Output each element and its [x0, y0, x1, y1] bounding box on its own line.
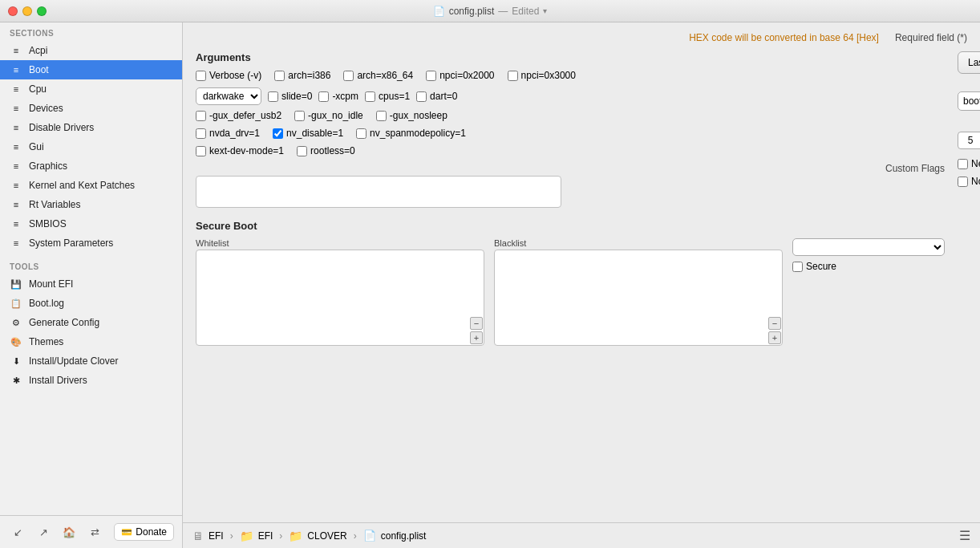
secure-boot-dropdown[interactable]	[792, 238, 945, 256]
sidebar-item-boot[interactable]: ≡ Boot	[0, 60, 182, 79]
efi-drive-icon: 🖥	[192, 530, 204, 542]
gux-defer-checkbox[interactable]: -gux_defer_usb2	[196, 110, 281, 121]
sidebar-item-cpu[interactable]: ≡ Cpu	[0, 79, 182, 99]
loader-input[interactable]	[958, 91, 980, 111]
sidebar-item-themes[interactable]: 🎨 Themes	[0, 332, 182, 351]
install-update-icon: ⬇	[10, 355, 22, 367]
minimize-button[interactable]	[22, 6, 32, 16]
sidebar-item-disable-drivers[interactable]: ≡ Disable Drivers	[0, 118, 182, 137]
folder-efi-icon: 📁	[240, 530, 253, 542]
breadcrumb-menu-btn[interactable]: ☰	[959, 528, 970, 543]
nv-span-checkbox[interactable]: nv_spanmodepolicy=1	[356, 128, 466, 139]
sidebar-item-install-update[interactable]: ⬇ Install/Update Clover	[0, 351, 182, 371]
home-icon-btn[interactable]: 🏠	[59, 522, 79, 542]
gux-defer-input[interactable]	[196, 111, 206, 121]
kext-dev-checkbox[interactable]: kext-dev-mode=1	[196, 145, 284, 156]
gux-no-idle-checkbox[interactable]: -gux_no_idle	[294, 110, 363, 121]
arch-i386-checkbox[interactable]: arch=i386	[274, 70, 330, 81]
cpus-checkbox[interactable]: cpus=1	[365, 91, 410, 102]
gux-no-idle-input[interactable]	[294, 111, 305, 121]
devices-icon: ≡	[10, 102, 22, 115]
nvda-drv-input[interactable]	[196, 128, 206, 139]
dart-checkbox[interactable]: dart=0	[416, 91, 457, 102]
default-volume-control: LastBootedVolume Default Boot Volume	[958, 51, 980, 85]
sidebar-item-kernel-kext[interactable]: ≡ Kernel and Kext Patches	[0, 176, 182, 195]
args-row4: nvda_drv=1 nv_disable=1 nv_spanmodepolic…	[196, 128, 945, 139]
paypal-icon: 💳	[121, 527, 132, 538]
blacklist-remove-btn[interactable]: −	[768, 317, 781, 330]
npci-3000-checkbox[interactable]: npci=0x3000	[508, 70, 576, 81]
sidebar: SECTIONS ≡ Acpi ≡ Boot ≡ Cpu ≡ Devices ≡…	[0, 22, 183, 548]
secure-input[interactable]	[792, 262, 803, 272]
sidebar-item-system-parameters[interactable]: ≡ System Parameters	[0, 233, 182, 253]
timeout-value-input[interactable]	[958, 132, 980, 149]
default-volume-select[interactable]: LastBootedVolume	[958, 51, 980, 74]
sidebar-item-boot-log[interactable]: 📋 Boot.log	[0, 294, 182, 313]
nv-disable-input[interactable]	[273, 128, 283, 139]
window-controls	[8, 6, 47, 16]
sidebar-item-install-drivers[interactable]: ✱ Install Drivers	[0, 371, 182, 390]
never-hibernate-input[interactable]	[958, 159, 968, 169]
kext-dev-input[interactable]	[196, 146, 206, 156]
sidebar-item-generate-config[interactable]: ⚙ Generate Config	[0, 313, 182, 332]
whitelist-box[interactable]	[196, 250, 484, 346]
xcpm-input[interactable]	[318, 91, 329, 102]
sidebar-item-graphics[interactable]: ≡ Graphics	[0, 156, 182, 176]
arch-x86-checkbox[interactable]: arch=x86_64	[343, 70, 413, 81]
sidebar-bottom: ↙ ↗ 🏠 ⇄ 💳 Donate	[0, 515, 182, 548]
custom-flags-input[interactable]	[196, 176, 561, 208]
sidebar-item-rt-variables[interactable]: ≡ Rt Variables	[0, 195, 182, 214]
nv-disable-checkbox[interactable]: nv_disable=1	[273, 128, 343, 139]
slide-input[interactable]	[268, 91, 278, 102]
darkwake-select[interactable]: darkwake	[196, 87, 261, 105]
sidebar-item-devices[interactable]: ≡ Devices	[0, 99, 182, 118]
nvda-drv-checkbox[interactable]: nvda_drv=1	[196, 128, 260, 139]
never-hibernate-checkbox[interactable]: NeverHibernate	[958, 158, 980, 169]
cpu-icon: ≡	[10, 83, 22, 95]
slide-checkbox[interactable]: slide=0	[268, 91, 312, 102]
graphics-icon: ≡	[10, 160, 22, 173]
blacklist-box[interactable]	[494, 250, 783, 346]
sys-params-icon: ≡	[10, 237, 22, 250]
share-icon-btn[interactable]: ⇄	[85, 522, 104, 542]
sidebar-item-mount-efi[interactable]: 💾 Mount EFI	[0, 274, 182, 294]
npci-2000-input[interactable]	[426, 71, 436, 81]
close-button[interactable]	[8, 6, 18, 16]
secure-checkbox[interactable]: Secure	[792, 261, 945, 272]
sidebar-item-gui[interactable]: ≡ Gui	[0, 137, 182, 156]
required-text: Required field (*)	[895, 32, 967, 43]
whitelist-add-btn[interactable]: +	[470, 331, 483, 344]
breadcrumb-sep1: ›	[230, 530, 233, 542]
sidebar-item-smbios[interactable]: ≡ SMBIOS	[0, 214, 182, 233]
nv-span-input[interactable]	[356, 128, 366, 139]
gux-nosleep-checkbox[interactable]: -gux_nosleep	[376, 110, 447, 121]
hex-info-bar: HEX code will be converted in base 64 [H…	[196, 32, 967, 43]
back-icon-btn[interactable]: ↙	[8, 522, 27, 542]
verbose-checkbox[interactable]: Verbose (-v)	[196, 70, 261, 81]
xcpm-checkbox[interactable]: -xcpm	[318, 91, 358, 102]
verbose-input[interactable]	[196, 71, 206, 81]
rt-icon: ≡	[10, 198, 22, 211]
npci-2000-checkbox[interactable]: npci=0x2000	[426, 70, 494, 81]
gux-nosleep-input[interactable]	[376, 111, 387, 121]
breadcrumb-config: config.plist	[381, 530, 427, 542]
no-early-progress-input[interactable]	[958, 177, 968, 187]
loader-row: Default Loader No 1 2	[958, 91, 980, 124]
breadcrumb-sep3: ›	[354, 530, 357, 542]
arch-i386-input[interactable]	[274, 71, 285, 81]
cpus-input[interactable]	[365, 91, 375, 102]
forward-icon-btn[interactable]: ↗	[34, 522, 53, 542]
npci-3000-input[interactable]	[508, 71, 518, 81]
no-early-progress-checkbox[interactable]: NoEarlyProgress	[958, 176, 980, 187]
sidebar-item-acpi[interactable]: ≡ Acpi	[0, 41, 182, 60]
rootless-checkbox[interactable]: rootless=0	[297, 145, 355, 156]
disable-drivers-icon: ≡	[10, 121, 22, 134]
donate-button[interactable]: 💳 Donate	[114, 523, 174, 541]
arguments-title: Arguments	[196, 51, 945, 63]
whitelist-remove-btn[interactable]: −	[470, 317, 483, 330]
rootless-input[interactable]	[297, 146, 307, 156]
arch-x86-input[interactable]	[343, 71, 354, 81]
dart-input[interactable]	[416, 91, 427, 102]
blacklist-add-btn[interactable]: +	[768, 331, 781, 344]
maximize-button[interactable]	[37, 6, 47, 16]
